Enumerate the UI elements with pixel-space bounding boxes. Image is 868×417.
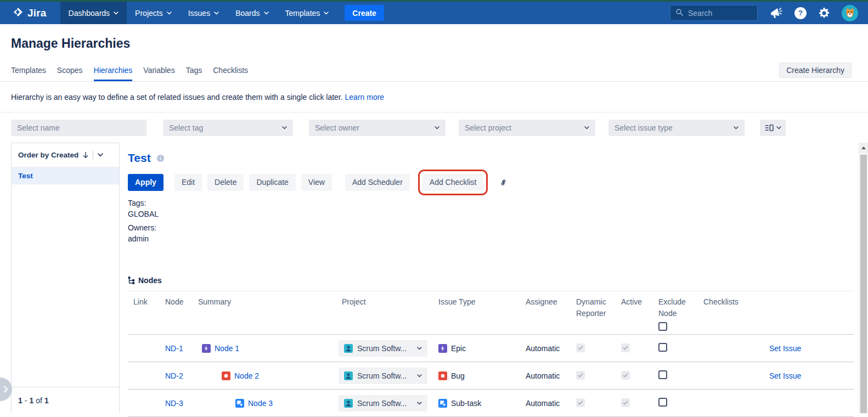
column-header-dynamic-reporter: Dynamic Reporter [571,296,616,319]
hierarchy-list-sidebar: Order by Created Test 1 - 1 of 1 [11,143,120,413]
tab-variables[interactable]: Variables [143,66,174,81]
chevron-down-icon [324,12,329,15]
chevron-down-icon [435,126,439,129]
topbar-right: Search ? [670,2,858,24]
nodes-title: Nodes [138,276,162,285]
node-summary-link[interactable]: Node 2 [234,371,259,380]
epic-icon [438,344,447,353]
set-issue-link[interactable]: Set Issue [769,344,801,353]
delete-button[interactable]: Delete [207,174,244,191]
copy-link-button[interactable] [498,177,509,188]
column-header-issue-type: Issue Type [433,296,520,308]
node-key-link[interactable]: ND-1 [165,344,183,353]
owners-value: admin [128,233,854,244]
dynamic-reporter-checkbox [576,343,585,352]
content-area: Order by Created Test 1 - 1 of 1 Test [0,143,868,413]
sidebar-expand-button[interactable] [0,377,12,401]
order-by-label[interactable]: Order by Created [18,151,78,159]
tab-templates[interactable]: Templates [11,66,46,81]
filter-select-owner[interactable]: Select owner [309,120,446,136]
add-scheduler-button[interactable]: Add Scheduler [345,174,410,191]
select-all-exclude-checkbox[interactable] [658,322,667,331]
search-input[interactable]: Search [670,5,758,21]
tab-checklists[interactable]: Checklists [213,66,248,81]
column-header-link: Link [128,296,160,308]
checkmark-icon [577,399,584,406]
column-header-active: Active [616,296,653,308]
assignee-cell: Automatic [520,371,571,380]
chevron-down-icon [167,12,172,15]
scrollbar-up-arrow[interactable] [859,143,868,153]
learn-more-link[interactable]: Learn more [345,93,385,102]
chevron-down-icon [776,126,781,129]
jira-logo[interactable]: Jira [12,2,47,24]
brand-name: Jira [27,7,47,19]
info-icon[interactable] [156,154,165,162]
owners-label: Owners: [128,222,854,233]
nav-item-projects[interactable]: Projects [127,2,180,24]
set-issue-link[interactable]: Set Issue [769,371,801,380]
scrollbar-thumb[interactable] [860,155,867,413]
node-summary-link[interactable]: Node 3 [248,399,273,408]
filter-select-tag[interactable]: Select tag [163,120,293,136]
filter-select-project[interactable]: Select project [459,120,595,136]
page-title: Manage Hierarchies [11,36,868,51]
exclude-node-checkbox[interactable] [658,398,667,407]
project-select[interactable]: Scrum Softw... [339,395,427,412]
apply-button[interactable]: Apply [128,174,164,191]
project-select[interactable]: Scrum Softw... [339,340,427,357]
create-hierarchy-button[interactable]: Create Hierarchy [779,63,852,78]
hierarchy-tree-icon [128,277,135,284]
add-checklist-button[interactable]: Add Checklist [422,174,484,191]
chevron-down-icon [114,12,119,15]
node-key-link[interactable]: ND-2 [165,371,183,380]
page-description: Hierarchy is an easy way to define a set… [11,93,868,102]
column-header-assignee: Assignee [520,296,571,308]
tags-label: Tags: [128,198,854,208]
hierarchy-title: Test [128,151,151,165]
chevron-down-icon [734,126,739,129]
node-summary-link[interactable]: Node 1 [215,344,239,353]
duplicate-button[interactable]: Duplicate [249,174,295,191]
user-avatar[interactable] [842,5,858,21]
assignee-cell: Automatic [520,399,571,408]
nav-item-issues[interactable]: Issues [180,2,227,24]
exclude-node-checkbox[interactable] [658,343,667,352]
tab-hierarchies[interactable]: Hierarchies [94,66,133,81]
tab-scopes[interactable]: Scopes [57,66,83,81]
tab-tags[interactable]: Tags [186,66,202,81]
separator [93,151,93,159]
nav-item-templates[interactable]: Templates [277,2,337,24]
order-by-dropdown-chevron-icon[interactable] [98,153,103,157]
exclude-node-checkbox[interactable] [658,370,667,379]
bug-icon [438,371,447,380]
issue-type-cell: Bug [433,371,520,380]
dynamic-reporter-checkbox [576,371,585,380]
node-row-nd-2: ND-2Node 2Scrum Softw...BugAutomaticSet … [128,362,854,390]
issue-type-cell: Sub-task [433,399,520,408]
nav-item-dashboards[interactable]: Dashboards [60,2,127,24]
filter-select-issue-type[interactable]: Select issue type [608,120,745,136]
nav-item-boards[interactable]: Boards [227,2,277,24]
edit-button[interactable]: Edit [174,174,202,191]
view-button[interactable]: View [301,174,332,191]
checkmark-icon [577,372,584,379]
node-key-link[interactable]: ND-3 [165,399,183,408]
filters-bar: Select name Select tagSelect ownerSelect… [11,120,857,136]
sidebar-item-test[interactable]: Test [12,167,119,184]
project-select[interactable]: Scrum Softw... [339,368,427,384]
node-row-nd-3: ND-3Node 3Scrum Softw...Sub-taskAutomati… [128,390,854,417]
epic-icon [202,344,211,353]
settings-gear-icon[interactable] [818,7,830,19]
column-settings-button[interactable] [760,120,786,136]
column-header-project: Project [336,296,433,308]
select-name-input[interactable]: Select name [11,120,146,136]
sort-direction-arrow-icon[interactable] [83,151,88,159]
help-icon[interactable]: ? [794,7,807,19]
section-divider [0,112,868,112]
vertical-scrollbar [859,143,868,413]
active-checkbox [621,371,630,380]
create-button[interactable]: Create [345,5,384,21]
project-avatar [344,399,353,408]
announcements-megaphone-icon[interactable] [769,7,783,19]
